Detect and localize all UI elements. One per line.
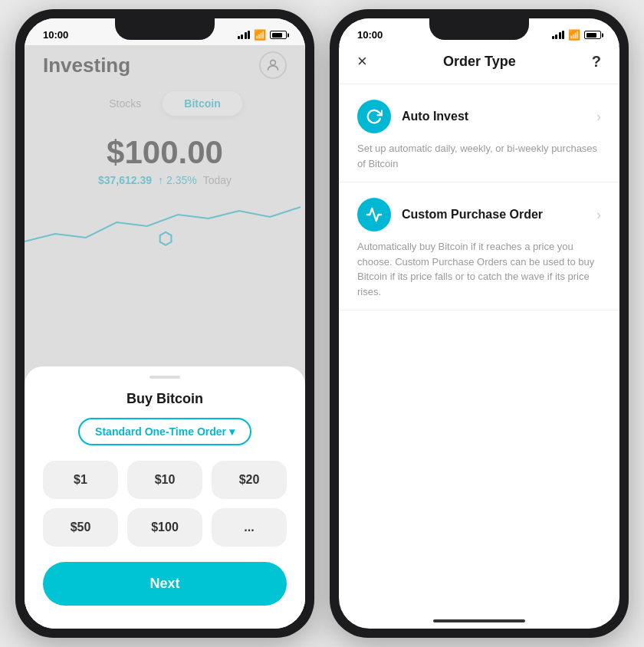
amount-btn-100[interactable]: $100	[127, 508, 202, 547]
home-indicator-right	[433, 619, 525, 622]
amount-btn-10[interactable]: $10	[127, 461, 202, 499]
help-icon[interactable]: ?	[592, 53, 601, 71]
wifi-icon-right: 📶	[568, 29, 580, 41]
investing-screen: 10:00 📶 Investing	[25, 18, 305, 629]
custom-order-icon	[357, 198, 391, 232]
amount-btn-20[interactable]: $20	[212, 461, 287, 499]
left-phone-screen: 10:00 📶 Investing	[25, 18, 305, 629]
amount-btn-1[interactable]: $1	[43, 461, 118, 499]
notch-right	[429, 18, 529, 40]
left-phone: 10:00 📶 Investing	[15, 9, 314, 638]
amount-btn-50[interactable]: $50	[43, 508, 118, 547]
auto-invest-icon	[357, 100, 391, 133]
custom-order-desc: Automatically buy Bitcoin if it reaches …	[357, 239, 601, 299]
order-type-button[interactable]: Standard One-Time Order ▾	[78, 418, 251, 445]
battery-icon	[270, 31, 287, 39]
bottom-sheet: Buy Bitcoin Standard One-Time Order ▾ $1…	[25, 366, 305, 629]
auto-invest-item[interactable]: Auto Invest › Set up automatic daily, we…	[339, 84, 619, 182]
auto-invest-desc: Set up automatic daily, weekly, or bi-we…	[357, 141, 601, 171]
time-right: 10:00	[357, 29, 383, 41]
auto-invest-left: Auto Invest	[357, 100, 468, 133]
right-phone: 10:00 📶 × Order Type	[330, 9, 629, 638]
sheet-title: Buy Bitcoin	[43, 391, 287, 407]
wifi-icon: 📶	[254, 29, 266, 41]
order-type-header: × Order Type ?	[339, 45, 619, 84]
battery-icon-right	[584, 31, 601, 39]
custom-order-row: Custom Purchase Order ›	[357, 198, 601, 232]
order-type-header-title: Order Type	[443, 54, 516, 70]
close-icon[interactable]: ×	[357, 51, 367, 71]
signal-icon-right	[552, 31, 565, 39]
notch	[115, 18, 215, 40]
auto-invest-name: Auto Invest	[402, 110, 468, 123]
next-button[interactable]: Next	[43, 562, 287, 606]
custom-order-name: Custom Purchase Order	[402, 208, 543, 222]
auto-invest-row: Auto Invest ›	[357, 100, 601, 133]
status-icons-right: 📶	[552, 29, 602, 41]
order-type-screen: 10:00 📶 × Order Type	[339, 18, 619, 629]
signal-icon	[238, 31, 251, 39]
auto-invest-chevron: ›	[596, 109, 601, 125]
amount-grid: $1 $10 $20 $50 $100 ...	[43, 461, 287, 547]
time-left: 10:00	[43, 29, 68, 41]
custom-order-left: Custom Purchase Order	[357, 198, 543, 232]
sheet-handle	[150, 376, 180, 379]
custom-order-item[interactable]: Custom Purchase Order › Automatically bu…	[339, 182, 619, 310]
amount-btn-more[interactable]: ...	[212, 508, 287, 547]
right-phone-screen: 10:00 📶 × Order Type	[339, 18, 619, 629]
custom-order-chevron: ›	[596, 207, 601, 223]
status-icons-left: 📶	[238, 29, 288, 41]
